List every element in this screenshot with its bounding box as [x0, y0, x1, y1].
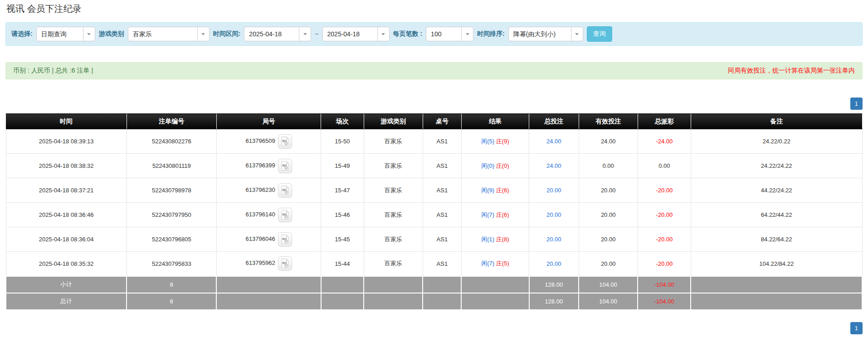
cell-result: 闲(7) 庄(6)	[461, 203, 529, 227]
cell-total-bet: 20.00	[529, 203, 579, 227]
page-1-button[interactable]: 1	[850, 98, 863, 110]
header-round-id: 局号	[216, 114, 321, 129]
cell-empty	[423, 276, 461, 293]
query-type-select[interactable]: 日期查询	[36, 27, 95, 41]
cell-empty	[321, 276, 364, 293]
video-replay-button[interactable]	[278, 208, 292, 222]
header-payout: 总派彩	[638, 114, 691, 129]
cell-empty	[364, 276, 423, 293]
total-bet-link[interactable]: 20.00	[546, 187, 561, 194]
chevron-down-icon	[461, 27, 473, 41]
cell-session: 15-50	[321, 129, 364, 154]
cell-round-id: 613795962	[216, 252, 321, 276]
header-session: 场次	[321, 114, 364, 129]
header-valid-bet: 有效投注	[579, 114, 638, 129]
header-total-bet: 总投注	[529, 114, 579, 129]
cell-round-id: 613796230	[216, 178, 321, 203]
table-footer: 小计 6 128.00 104.00 -104.00 总计 6 128.00 1…	[6, 276, 862, 310]
table-row: 2025-04-18 08:38:32 522430801119 6137963…	[6, 154, 862, 178]
result-banker: 庄(5)	[496, 260, 509, 267]
result-player: 闲(0)	[481, 162, 494, 169]
footer-payout: -104.00	[638, 293, 691, 310]
filter-bar: 请选择: 日期查询 游戏类别 百家乐 时间区间: 2025-04-18 ~ 20…	[5, 22, 863, 46]
game-type-select[interactable]: 百家乐	[128, 27, 210, 41]
cell-bet-id: 522430796805	[127, 227, 216, 252]
cell-table-no: AS1	[423, 154, 461, 178]
cell-session: 15-46	[321, 203, 364, 227]
page-title: 视讯 会员下注纪录	[6, 3, 868, 15]
cell-valid-bet: 20.00	[579, 203, 638, 227]
total-bet-link[interactable]: 24.00	[546, 138, 561, 145]
cell-time: 2025-04-18 08:36:04	[6, 227, 127, 252]
cell-time: 2025-04-18 08:35:32	[6, 252, 127, 276]
header-game-type: 游戏类别	[364, 114, 423, 129]
total-bet-link[interactable]: 20.00	[546, 211, 561, 218]
search-button[interactable]: 查询	[587, 26, 612, 42]
cell-payout: -24.00	[638, 129, 691, 154]
header-result: 结果	[461, 114, 529, 129]
cell-empty	[216, 293, 321, 310]
video-replay-button[interactable]	[278, 159, 292, 173]
cell-bet-id: 522430802276	[127, 129, 216, 154]
table-row: 2025-04-18 08:37:21 522430798978 6137962…	[6, 178, 862, 203]
video-replay-button[interactable]	[278, 183, 292, 198]
total-bet-link[interactable]: 20.00	[546, 260, 561, 267]
video-file-icon	[281, 190, 289, 196]
video-replay-button[interactable]	[278, 256, 292, 271]
video-replay-button[interactable]	[278, 134, 292, 149]
cell-remark: 44.22/24.22	[691, 178, 862, 203]
per-page-select[interactable]: 100	[426, 27, 473, 41]
result-player: 闲(9)	[481, 187, 494, 194]
result-banker: 庄(8)	[496, 236, 509, 243]
per-page-label: 每页笔数 :	[393, 30, 423, 38]
cell-time: 2025-04-18 08:38:32	[6, 154, 127, 178]
cell-payout: -20.00	[638, 178, 691, 203]
chevron-down-icon	[299, 27, 311, 41]
video-replay-button[interactable]	[278, 232, 292, 247]
cell-empty	[461, 293, 529, 310]
total-row: 总计 6 128.00 104.00 -104.00	[6, 293, 862, 310]
time-range-label: 时间区间:	[213, 30, 241, 38]
cell-bet-id: 522430801119	[127, 154, 216, 178]
cell-bet-id: 522430798978	[127, 178, 216, 203]
table-header-row: 时间 注单编号 局号 场次 游戏类别 桌号 结果 总投注 有效投注 总派彩 备注	[6, 114, 862, 129]
pagination-bottom: 1	[5, 322, 863, 334]
chevron-down-icon	[377, 27, 389, 41]
header-remark: 备注	[691, 114, 862, 129]
cell-total-bet: 20.00	[529, 227, 579, 252]
cell-time: 2025-04-18 08:36:46	[6, 203, 127, 227]
chevron-down-icon	[571, 27, 583, 41]
cell-game-type: 百家乐	[364, 227, 423, 252]
video-file-icon	[281, 141, 289, 147]
cell-valid-bet: 20.00	[579, 178, 638, 203]
game-type-value: 百家乐	[128, 27, 197, 41]
cell-result: 闲(1) 庄(8)	[461, 227, 529, 252]
result-player: 闲(7)	[481, 260, 494, 267]
subtotal-total-bet: 128.00	[529, 276, 579, 293]
date-to-value: 2025-04-18	[323, 27, 377, 41]
cell-round-id: 613796140	[216, 203, 321, 227]
round-id-text: 613795962	[246, 260, 275, 267]
time-sort-select[interactable]: 降幂(由大到小)	[508, 27, 583, 41]
date-to-select[interactable]: 2025-04-18	[322, 27, 390, 41]
chevron-down-icon	[197, 27, 209, 41]
total-bet-link[interactable]: 24.00	[546, 162, 561, 169]
cell-round-id: 613796046	[216, 227, 321, 252]
cell-game-type: 百家乐	[364, 252, 423, 276]
cell-empty	[423, 293, 461, 310]
total-bet-link[interactable]: 20.00	[546, 236, 561, 243]
cell-payout: -20.00	[638, 227, 691, 252]
cell-result: 闲(7) 庄(5)	[461, 252, 529, 276]
result-player: 闲(7)	[481, 211, 494, 218]
total-valid-bet: 104.00	[579, 293, 638, 310]
cell-total-bet: 20.00	[529, 252, 579, 276]
cell-table-no: AS1	[423, 227, 461, 252]
per-page-value: 100	[426, 27, 461, 41]
date-from-select[interactable]: 2025-04-18	[244, 27, 311, 41]
table-row: 2025-04-18 08:35:32 522430795833 6137959…	[6, 252, 862, 276]
header-time: 时间	[6, 114, 127, 129]
page-1-button[interactable]: 1	[850, 322, 863, 334]
result-player: 闲(1)	[481, 236, 494, 243]
result-player: 闲(5)	[481, 138, 494, 145]
round-id-text: 613796046	[246, 235, 275, 242]
